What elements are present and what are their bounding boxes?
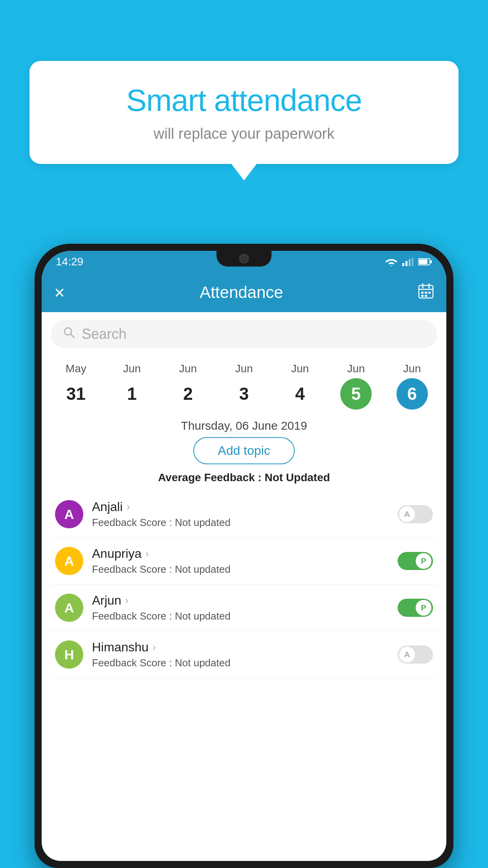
svg-rect-3 [412,257,413,266]
avg-feedback-label: Average Feedback : [158,471,264,484]
toggle-knob: A [399,506,415,522]
chevron-right-icon: › [125,594,129,607]
status-icons [385,257,432,266]
feedback-score: Feedback Score : Not updated [92,563,389,576]
student-row[interactable]: AArjun›Feedback Score : Not updatedP [50,585,438,631]
svg-rect-15 [425,295,427,297]
calendar-strip: May31Jun1Jun2Jun3Jun4Jun5Jun6 [42,356,446,410]
search-icon [63,326,75,342]
calendar-button[interactable] [418,283,434,302]
avg-feedback: Average Feedback : Not Updated [42,471,446,484]
student-name-text: Himanshu [92,640,149,655]
close-button[interactable]: × [54,282,65,303]
chevron-right-icon: › [152,641,156,653]
student-name-text: Anupriya [92,546,141,561]
svg-line-17 [71,334,74,338]
speech-bubble-container: Smart attendance will replace your paper… [29,61,459,164]
search-bar[interactable]: Search [51,320,437,348]
cal-month-label: Jun [235,362,253,375]
status-time: 14:29 [56,256,83,268]
cal-day[interactable]: Jun5 [340,362,372,410]
svg-rect-1 [405,261,407,266]
avatar: A [55,547,83,575]
svg-rect-0 [402,263,404,266]
avg-feedback-value: Not Updated [264,471,330,484]
feedback-label: Feedback Score : [92,517,175,528]
student-name: Himanshu› [92,640,389,655]
feedback-value: Not updated [175,563,231,575]
cal-day[interactable]: Jun2 [172,362,204,410]
attendance-toggle[interactable]: P [398,599,433,617]
search-svg-icon [63,326,75,339]
student-name-text: Arjun [92,593,121,608]
app-title: Attendance [200,283,283,302]
camera [239,254,249,263]
speech-bubble: Smart attendance will replace your paper… [29,61,459,164]
cal-day[interactable]: Jun4 [284,362,316,410]
toggle-knob: A [399,647,415,662]
feedback-score: Feedback Score : Not updated [92,657,389,669]
student-name: Arjun› [92,593,389,608]
notch [216,251,272,267]
cal-month-label: Jun [291,362,309,375]
feedback-label: Feedback Score : [92,657,175,669]
student-row[interactable]: HHimanshu›Feedback Score : Not updatedA [50,631,438,678]
cal-num-label: 3 [228,378,260,410]
student-row[interactable]: AAnupriya›Feedback Score : Not updatedP [50,538,438,585]
student-info: Anupriya›Feedback Score : Not updated [92,546,389,576]
student-row[interactable]: AAnjali›Feedback Score : Not updatedA [50,491,438,538]
student-info: Himanshu›Feedback Score : Not updated [92,640,389,669]
battery-icon [418,258,432,266]
toggle-switch[interactable]: P [398,552,433,570]
phone-inner: 14:29 [42,251,446,861]
add-topic-button[interactable]: Add topic [193,437,294,464]
cal-month-label: Jun [123,362,141,375]
chevron-right-icon: › [145,548,149,560]
cal-num-label: 2 [172,378,204,410]
chevron-right-icon: › [127,501,130,513]
svg-rect-11 [421,292,424,294]
svg-rect-12 [425,292,427,294]
cal-month-label: Jun [179,362,197,375]
cal-month-label: May [66,362,86,375]
date-label: Thursday, 06 June 2019 [42,419,446,432]
attendance-toggle[interactable]: P [398,552,433,570]
signal-icon [402,257,413,266]
feedback-value: Not updated [175,517,231,528]
feedback-value: Not updated [175,657,231,669]
cal-day[interactable]: Jun1 [116,362,148,410]
feedback-value: Not updated [175,610,231,622]
svg-rect-2 [409,259,411,266]
toggle-switch[interactable]: A [398,645,433,664]
student-list: AAnjali›Feedback Score : Not updatedAAAn… [42,491,446,678]
student-info: Arjun›Feedback Score : Not updated [92,593,389,622]
cal-num-label: 1 [116,378,148,410]
app-top-bar: × Attendance [42,273,446,312]
cal-day[interactable]: May31 [60,362,92,410]
cal-num-label: 31 [60,378,92,410]
cal-day[interactable]: Jun3 [228,362,260,410]
feedback-label: Feedback Score : [92,563,175,575]
svg-rect-13 [428,292,431,294]
cal-month-label: Jun [347,362,365,375]
attendance-toggle[interactable]: A [398,645,433,664]
student-name: Anupriya› [92,546,389,561]
cal-day[interactable]: Jun6 [396,362,428,410]
search-placeholder: Search [82,326,127,342]
cal-num-label: 4 [284,378,316,410]
bubble-title: Smart attendance [53,83,435,118]
cal-month-label: Jun [403,362,421,375]
toggle-switch[interactable]: P [398,599,433,617]
student-name: Anjali› [92,500,389,514]
avatar: H [55,640,83,669]
avatar: A [55,594,83,622]
cal-num-label: 6 [396,378,428,410]
feedback-label: Feedback Score : [92,610,175,622]
feedback-score: Feedback Score : Not updated [92,517,389,529]
toggle-knob: P [416,600,431,616]
phone-frame: 14:29 [35,244,453,868]
svg-rect-14 [421,295,424,297]
attendance-toggle[interactable]: A [398,505,433,523]
toggle-switch[interactable]: A [398,505,433,523]
svg-rect-6 [430,260,432,263]
